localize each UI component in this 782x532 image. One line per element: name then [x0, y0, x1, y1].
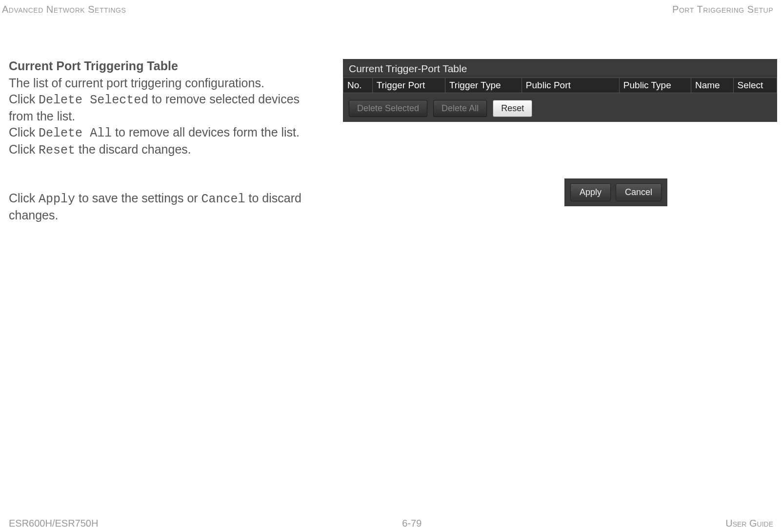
page-footer: ESR600H/ESR750H 6-79 User Guide — [0, 518, 782, 529]
text-fragment: to save the settings or — [75, 191, 201, 205]
header-left: Advanced Network Settings — [2, 4, 126, 15]
text-fragment: the discard changes. — [75, 142, 191, 156]
delete-all-button[interactable]: Delete All — [433, 100, 487, 117]
footer-right: User Guide — [725, 518, 773, 529]
code-text: Reset — [39, 143, 75, 158]
col-name: Name — [691, 78, 733, 93]
page-header: Advanced Network Settings Port Triggerin… — [0, 0, 782, 15]
text-fragment: Click — [9, 191, 39, 205]
col-select: Select — [733, 78, 777, 93]
text-column: Current Port Triggering Table The list o… — [9, 59, 321, 223]
screenshot-column: Current Trigger-Port Table No. Trigger P… — [331, 59, 777, 223]
section-title: Current Port Triggering Table — [9, 59, 321, 73]
col-public-port: Public Port — [521, 78, 619, 93]
section2-text: Click Apply to save the settings or Canc… — [9, 190, 321, 223]
code-text: Cancel — [201, 192, 245, 206]
apply-button[interactable]: Apply — [570, 183, 611, 201]
text-fragment: Click — [9, 125, 39, 139]
text-line: The list of current port triggering conf… — [9, 76, 264, 90]
footer-center: 6-79 — [402, 518, 421, 529]
trigger-port-panel: Current Trigger-Port Table No. Trigger P… — [343, 59, 777, 122]
cancel-button[interactable]: Cancel — [616, 183, 662, 201]
col-no: No. — [343, 78, 373, 93]
col-trigger-port: Trigger Port — [372, 78, 445, 93]
trigger-port-table: No. Trigger Port Trigger Type Public Por… — [343, 78, 777, 93]
code-text: Delete All — [39, 126, 112, 140]
panel-title: Current Trigger-Port Table — [343, 59, 777, 78]
col-public-type: Public Type — [619, 78, 691, 93]
table-header-row: No. Trigger Port Trigger Type Public Por… — [343, 78, 777, 93]
text-fragment: Click — [9, 142, 39, 156]
panel-button-row: Delete Selected Delete All Reset — [343, 93, 777, 122]
code-text: Delete Selected — [39, 93, 148, 107]
text-fragment: Click — [9, 92, 39, 106]
footer-left: ESR600H/ESR750H — [9, 518, 98, 529]
section1-text: The list of current port triggering conf… — [9, 75, 321, 159]
col-trigger-type: Trigger Type — [445, 78, 521, 93]
code-text: Apply — [39, 192, 75, 206]
text-fragment: to remove all devices form the list. — [112, 125, 300, 139]
delete-selected-button[interactable]: Delete Selected — [349, 100, 427, 117]
reset-button[interactable]: Reset — [493, 100, 532, 117]
header-right: Port Triggering Setup — [672, 4, 773, 15]
apply-cancel-panel: Apply Cancel — [564, 178, 667, 206]
content-area: Current Port Triggering Table The list o… — [0, 15, 782, 223]
